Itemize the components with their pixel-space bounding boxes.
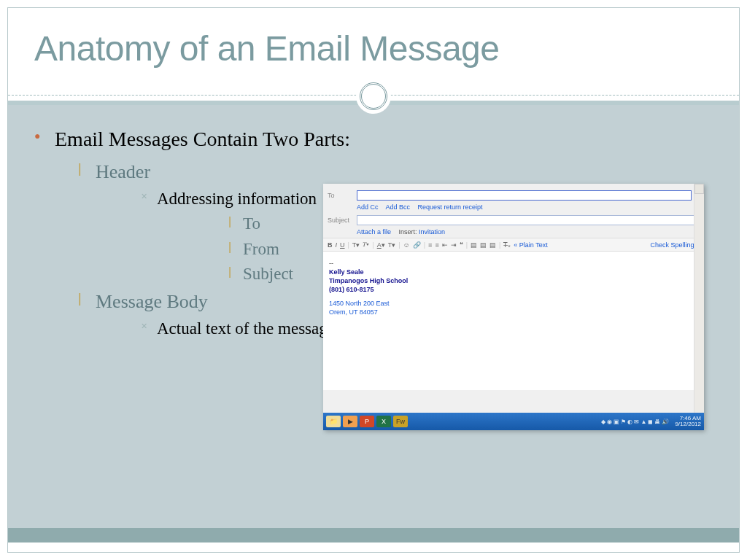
header-label: Header xyxy=(96,161,150,182)
link-icon[interactable]: 🔗 xyxy=(413,241,421,249)
highlight-icon[interactable]: T▾ xyxy=(388,241,396,249)
system-tray: ◆ ◉ ▣ ⚑ ◐ ✉ ▲ ◼ 🖶 🔊 7:46 AM 9/12/2012 xyxy=(601,416,701,427)
insert-label: Insert: xyxy=(399,228,417,236)
bulleted-list-icon[interactable]: ≡ xyxy=(435,241,438,249)
signature-school: Timpanogos High School xyxy=(329,276,698,285)
plain-text-link[interactable]: « Plain Text xyxy=(514,241,547,249)
to-input[interactable] xyxy=(357,190,692,201)
footer-bar xyxy=(8,528,739,542)
numbered-list-icon[interactable]: ≡ xyxy=(428,241,432,249)
to-field-label: To xyxy=(328,192,357,199)
font-size-icon[interactable]: 𝑇▾ xyxy=(363,241,369,249)
tray-icon[interactable]: ◐ xyxy=(627,419,632,425)
tray-icon[interactable]: ▲ xyxy=(640,419,646,425)
add-bcc-link[interactable]: Add Bcc xyxy=(386,203,411,211)
tray-icon[interactable]: 🔊 xyxy=(662,419,669,425)
explorer-icon[interactable]: 📁 xyxy=(326,416,341,427)
tray-icon[interactable]: ⚑ xyxy=(621,419,626,425)
powerpoint-icon[interactable]: P xyxy=(360,416,374,427)
subject-input[interactable] xyxy=(357,215,700,225)
bold-icon[interactable]: B xyxy=(328,241,333,249)
tray-icon[interactable]: ✉ xyxy=(634,419,639,425)
content-area: Email Messages Contain Two Parts: Header… xyxy=(8,105,739,528)
align-left-icon[interactable]: ▤ xyxy=(471,241,477,249)
tray-icon[interactable]: ▣ xyxy=(614,419,619,425)
insert-invitation-link[interactable]: Invitation xyxy=(419,228,445,236)
font-family-icon[interactable]: T▾ xyxy=(352,241,360,249)
signature-phone: (801) 610-8175 xyxy=(329,285,698,294)
signature-address2: Orem, UT 84057 xyxy=(329,308,698,316)
quote-icon[interactable]: ❝ xyxy=(460,241,463,249)
request-receipt-link[interactable]: Request return receipt xyxy=(418,203,483,211)
formatting-toolbar: B I U | T▾ 𝑇▾ | A▾ T▾ | ☺ 🔗 | ≡ ≡ ⇤ ⇥ ❝ … xyxy=(323,238,704,252)
scroll-up-icon[interactable] xyxy=(694,184,704,194)
check-spelling-link[interactable]: Check Spelling ▾ xyxy=(650,241,700,249)
taskbar-date: 9/12/2012 xyxy=(675,421,701,427)
windows-taskbar: 📁 ▶ P X Fw ◆ ◉ ▣ ⚑ ◐ ✉ ▲ ◼ 🖶 🔊 7: xyxy=(323,413,704,430)
align-right-icon[interactable]: ▤ xyxy=(489,241,496,249)
bullet-main-text: Email Messages Contain Two Parts: xyxy=(55,128,350,150)
align-center-icon[interactable]: ▤ xyxy=(480,241,487,249)
addressing-label: Addressing information xyxy=(157,190,317,208)
indent-icon[interactable]: ⇥ xyxy=(451,241,457,249)
excel-icon[interactable]: X xyxy=(376,416,391,427)
slide-title: Anatomy of an Email Message xyxy=(34,28,713,69)
email-compose-screenshot: To ◼ Add Cc Add Bcc Request return recei… xyxy=(323,184,704,430)
attach-file-link[interactable]: Attach a file xyxy=(357,228,391,236)
media-player-icon[interactable]: ▶ xyxy=(343,416,357,427)
italic-icon[interactable]: I xyxy=(336,241,338,249)
tray-icon[interactable]: ◼ xyxy=(648,419,653,425)
tray-icon[interactable]: ◉ xyxy=(607,419,612,425)
add-cc-link[interactable]: Add Cc xyxy=(357,203,379,211)
outdent-icon[interactable]: ⇤ xyxy=(442,241,448,249)
circle-ornament-icon xyxy=(356,79,391,114)
email-body-area[interactable]: -- Kelly Seale Timpanogos High School (8… xyxy=(323,252,704,390)
signature-name: Kelly Seale xyxy=(329,268,698,276)
title-divider xyxy=(8,92,739,105)
text-color-icon[interactable]: A▾ xyxy=(377,241,385,249)
message-body-label: Message Body xyxy=(96,291,208,312)
clear-format-icon[interactable]: T̶ₓ xyxy=(503,241,511,249)
signature-address1: 1450 North 200 East xyxy=(329,299,698,308)
subject-field-label: Subject xyxy=(328,217,357,224)
emoji-icon[interactable]: ☺ xyxy=(403,241,410,249)
fireworks-icon[interactable]: Fw xyxy=(393,416,408,427)
underline-icon[interactable]: U xyxy=(340,241,345,249)
tray-icon[interactable]: ◆ xyxy=(601,419,605,425)
scrollbar[interactable] xyxy=(694,184,704,413)
slide-frame: Anatomy of an Email Message Email Messag… xyxy=(7,7,740,553)
tray-icon[interactable]: 🖶 xyxy=(654,419,660,425)
